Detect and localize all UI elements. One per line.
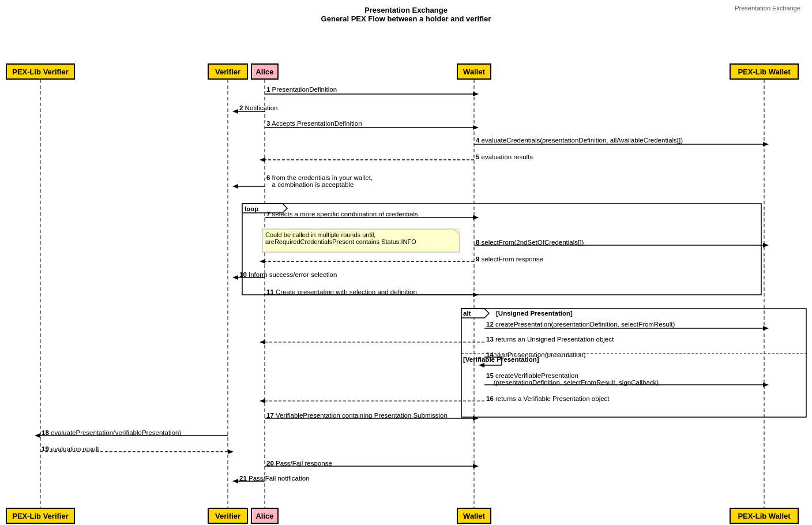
- svg-marker-45: [763, 382, 769, 387]
- svg-marker-14: [260, 158, 265, 162]
- msg-2: 2 Notification: [239, 104, 278, 111]
- msg-16: 16 returns a Verifiable Presentation obj…: [486, 395, 610, 402]
- svg-marker-47: [260, 399, 265, 403]
- msg-5: 5 evaluation results: [476, 153, 533, 160]
- msg-8: 8 selectFrom(2ndSetOfCredentials[]): [476, 239, 584, 246]
- participant-wallet-bottom: Wallet: [457, 508, 491, 524]
- loop-label: loop: [245, 205, 258, 212]
- msg-20: 20 Pass/Fail response: [266, 460, 332, 467]
- svg-marker-16: [232, 184, 238, 189]
- svg-marker-53: [228, 449, 234, 454]
- participant-alice-bottom: Alice: [251, 508, 279, 524]
- svg-line-22: [454, 229, 460, 235]
- msg-1: 1 PresentationDefinition: [266, 86, 337, 93]
- svg-marker-26: [763, 243, 769, 247]
- svg-marker-8: [232, 109, 238, 114]
- participant-wallet-top: Wallet: [457, 63, 491, 80]
- svg-marker-57: [232, 479, 238, 483]
- svg-marker-28: [260, 259, 265, 264]
- svg-marker-49: [473, 416, 479, 421]
- participant-verifier-top: Verifier: [208, 63, 248, 80]
- msg-6: 6 from the credentials in your wallet, a…: [266, 174, 373, 188]
- svg-marker-39: [260, 340, 265, 344]
- msg-13: 13 returns an Unsigned Presentation obje…: [486, 336, 614, 343]
- svg-marker-10: [473, 125, 479, 130]
- msg-10: 10 Inform success/error selection: [239, 271, 337, 278]
- note-text: Could be called in multiple rounds until…: [265, 231, 416, 245]
- msg-21: 21 Pass/Fail notification: [239, 475, 309, 482]
- msg-17: 17 VerifiablePresentation containing Pre…: [266, 412, 448, 419]
- participant-pex-lib-verifier-bottom: PEX-Lib Verifier: [6, 508, 75, 524]
- msg-11: 11 Create presentation with selection an…: [266, 288, 417, 295]
- svg-marker-51: [35, 433, 40, 438]
- svg-marker-43: [479, 363, 484, 367]
- page-title: Presentation Exchange General PEX Flow b…: [0, 0, 812, 26]
- alt-condition-unsigned: [Unsigned Presentation]: [496, 310, 573, 317]
- svg-marker-37: [763, 326, 769, 331]
- participant-pex-lib-wallet-top: PEX-Lib Wallet: [730, 63, 799, 80]
- participant-alice-top: Alice: [251, 63, 279, 80]
- svg-marker-55: [473, 464, 479, 468]
- msg-4: 4 evaluateCredentials(presentationDefini…: [476, 137, 683, 144]
- alt-label: alt: [463, 310, 471, 317]
- msg-3: 3 Accepts PresentationDefinition: [266, 120, 362, 127]
- msg-12: 12 createPresentation(presentationDefini…: [486, 321, 675, 328]
- participant-verifier-bottom: Verifier: [208, 508, 248, 524]
- svg-marker-30: [232, 275, 238, 280]
- svg-marker-32: [473, 292, 479, 297]
- svg-marker-20: [473, 215, 479, 220]
- participant-pex-lib-wallet-bottom: PEX-Lib Wallet: [730, 508, 799, 524]
- sequence-diagram-svg: [0, 26, 812, 522]
- msg-19: 19 evaluation result: [42, 445, 99, 452]
- msg-7: 7 selects a more specific combination of…: [266, 211, 418, 217]
- msg-18: 18 evaluatePresentation(verifiablePresen…: [42, 429, 181, 436]
- svg-marker-6: [473, 92, 479, 96]
- msg-9: 9 selectFrom response: [476, 256, 543, 262]
- diagram: PEX-Lib Verifier Verifier Alice Wallet P…: [0, 26, 812, 522]
- alt-condition-verifiable: [Verifiable Presentation]: [463, 356, 539, 363]
- top-right-label: Presentation Exchange: [735, 5, 800, 12]
- svg-marker-12: [763, 142, 769, 147]
- participant-pex-lib-verifier-top: PEX-Lib Verifier: [6, 63, 75, 80]
- msg-15: 15 createVerifiablePresentation (present…: [486, 372, 659, 386]
